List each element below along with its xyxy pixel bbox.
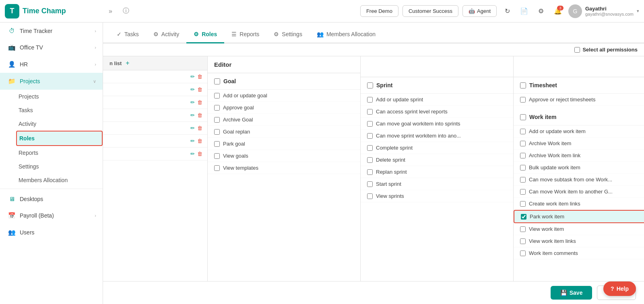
delete-icon-2[interactable]: 🗑 <box>197 86 202 92</box>
perm-work-item-comments: Work item comments <box>514 247 644 259</box>
goal-section-checkbox[interactable] <box>214 78 220 84</box>
checkbox-create-work-item-links[interactable] <box>520 201 526 207</box>
tab-activity[interactable]: ⚙ Activity <box>146 26 186 43</box>
timesheet-section-checkbox[interactable] <box>520 82 526 88</box>
agent-button[interactable]: 🤖 Agent <box>462 5 497 17</box>
label-move-goal-workitem: Can move goal workitem into sprints <box>376 121 460 127</box>
checkbox-view-work-item[interactable] <box>520 226 526 232</box>
delete-icon-1[interactable]: 🗑 <box>197 74 202 80</box>
delete-icon-7[interactable]: 🗑 <box>197 151 202 157</box>
checkbox-delete-sprint[interactable] <box>367 157 373 163</box>
sidebar-item-users[interactable]: 👥 Users <box>0 224 103 241</box>
checkbox-replan-sprint[interactable] <box>367 169 373 175</box>
sidebar-sub-item-members-allocation[interactable]: Members Allocation <box>19 173 103 187</box>
notification-button[interactable]: 🔔 3 <box>551 5 564 18</box>
edit-icon-4[interactable]: ✏ <box>190 112 195 118</box>
activity-tab-icon: ⚙ <box>153 31 159 37</box>
checkbox-archive-work-item[interactable] <box>520 141 526 146</box>
sidebar-label-payroll: Payroll (Beta) <box>20 212 54 219</box>
edit-icon-6[interactable]: ✏ <box>190 138 195 144</box>
checkbox-access-sprint-reports[interactable] <box>367 109 373 115</box>
checkbox-park-goal[interactable] <box>214 141 220 147</box>
free-demo-button[interactable]: Free Demo <box>360 5 398 17</box>
sidebar-sub-item-reports[interactable]: Reports <box>19 146 103 160</box>
delete-icon-4[interactable]: 🗑 <box>197 112 202 118</box>
checkbox-park-work-item[interactable] <box>521 214 526 220</box>
refresh-button[interactable]: ↻ <box>501 5 514 18</box>
select-all-checkbox[interactable] <box>574 47 580 53</box>
expand-icon[interactable]: » <box>105 6 116 16</box>
checkbox-move-work-item-goal[interactable] <box>520 189 526 195</box>
checkbox-work-item-comments[interactable] <box>520 251 526 256</box>
help-button[interactable]: ? Help <box>603 281 636 296</box>
edit-icon-7[interactable]: ✏ <box>190 151 195 157</box>
app-name: Time Champ <box>23 7 66 15</box>
sidebar-item-office-tv[interactable]: 📺 Office TV › <box>0 39 103 56</box>
checkbox-add-update-sprint[interactable] <box>367 97 373 103</box>
checkbox-move-subtask[interactable] <box>520 177 526 183</box>
sidebar-item-time-tracker[interactable]: ⏱ Time Tracker › <box>0 23 103 39</box>
checkbox-goal-replan[interactable] <box>214 129 220 135</box>
tab-roles[interactable]: ⚙ Roles <box>186 26 224 43</box>
avatar: G <box>568 4 582 18</box>
checkbox-view-templates[interactable] <box>214 165 220 171</box>
sidebar-item-desktops[interactable]: 🖥 Desktops <box>0 191 103 207</box>
checkbox-view-work-item-links[interactable] <box>520 238 526 244</box>
left-panel: n list + ✏ 🗑 ✏ 🗑 <box>103 56 208 281</box>
edit-icon-5[interactable]: ✏ <box>190 125 195 131</box>
checkbox-move-sprint-workitem[interactable] <box>367 133 373 139</box>
tab-members-allocation[interactable]: 👥 Members Allocation <box>310 26 383 43</box>
sidebar-item-hr[interactable]: 👤 HR › <box>0 56 103 73</box>
user-area[interactable]: G Gayathri gayathri@snovasys.com ▾ <box>568 4 639 18</box>
help-label: Help <box>617 286 629 292</box>
sprint-section-checkbox[interactable] <box>367 82 373 88</box>
checkbox-start-sprint[interactable] <box>367 181 373 187</box>
checkbox-archive-goal[interactable] <box>214 117 220 123</box>
sidebar-item-payroll[interactable]: 📅 Payroll (Beta) › <box>0 207 103 224</box>
edit-icon-3[interactable]: ✏ <box>190 99 195 105</box>
checkbox-add-update-goal[interactable] <box>214 93 220 99</box>
sidebar-sub-item-activity[interactable]: Activity <box>19 117 103 131</box>
sidebar-label-desktops: Desktops <box>20 196 43 202</box>
customer-success-button[interactable]: Customer Success <box>402 5 458 17</box>
save-button[interactable]: 💾 Save <box>551 286 592 300</box>
checkbox-view-goals[interactable] <box>214 153 220 159</box>
sidebar-sub-item-settings[interactable]: Settings <box>19 160 103 173</box>
checkbox-bulk-update-work-item[interactable] <box>520 165 526 170</box>
tab-reports[interactable]: ☰ Reports <box>224 26 266 43</box>
delete-icon-6[interactable]: 🗑 <box>197 138 202 144</box>
sidebar-sub-item-roles[interactable]: Roles <box>16 131 103 146</box>
label-add-update-work-item: Add or update work item <box>529 128 586 134</box>
info-icon[interactable]: ⓘ <box>120 5 132 17</box>
sidebar-sub-label-reports: Reports <box>19 150 38 156</box>
tab-settings[interactable]: ⚙ Settings <box>266 26 310 43</box>
delete-icon-5[interactable]: 🗑 <box>197 125 202 131</box>
sidebar-sub-item-tasks[interactable]: Tasks <box>19 103 103 117</box>
add-role-button[interactable]: + <box>126 60 129 67</box>
sidebar-item-projects[interactable]: 📁 Projects ∨ <box>0 73 103 90</box>
tab-tasks[interactable]: ✓ Tasks <box>109 26 146 43</box>
settings-icon[interactable]: ⚙ <box>535 5 547 18</box>
checkbox-approve-goal[interactable] <box>214 105 220 111</box>
select-all-bar: Select all permissions <box>103 43 644 56</box>
perm-archive-work-item-link: Archive Work item link <box>514 150 644 162</box>
edit-icon-2[interactable]: ✏ <box>190 86 195 92</box>
sidebar-sub-label-tasks: Tasks <box>19 107 33 113</box>
document-icon[interactable]: 📄 <box>518 5 530 18</box>
checkbox-archive-work-item-link[interactable] <box>520 153 526 158</box>
checkbox-approve-reject-timesheets[interactable] <box>520 97 526 103</box>
checkbox-add-update-work-item[interactable] <box>520 129 526 134</box>
edit-icon-1[interactable]: ✏ <box>190 74 195 80</box>
checkbox-view-sprints[interactable] <box>367 193 373 199</box>
logo-area: T Time Champ <box>5 4 101 18</box>
checkbox-move-goal-workitem[interactable] <box>367 121 373 127</box>
sidebar-sub-item-projects[interactable]: Projects <box>19 90 103 103</box>
checkbox-complete-sprint[interactable] <box>367 145 373 151</box>
agent-label: Agent <box>477 8 491 14</box>
sidebar-sub-projects: Projects Tasks Activity Roles Reports Se… <box>0 90 103 187</box>
list-header-bar: n list + <box>103 56 207 70</box>
sidebar-arrow-time-tracker: › <box>95 29 96 33</box>
delete-icon-3[interactable]: 🗑 <box>197 99 202 105</box>
label-move-sprint-workitem: Can move sprint workitem into ano... <box>376 133 461 139</box>
work-item-section-checkbox[interactable] <box>520 114 526 120</box>
